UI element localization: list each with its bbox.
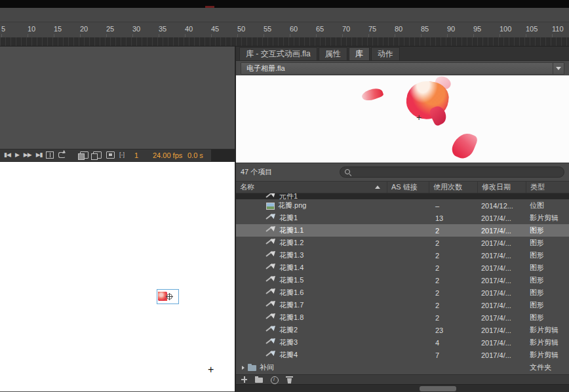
item-type: 影片剪辑 (526, 325, 569, 335)
new-symbol-icon[interactable] (240, 376, 248, 383)
scrollbar-thumb[interactable] (420, 386, 456, 391)
library-item-row[interactable]: 花瓣1.2 2 2017/4/... 图形 (236, 237, 569, 249)
item-name: 花瓣1.1 (279, 225, 304, 235)
new-folder-icon[interactable] (255, 376, 264, 383)
title-bar (0, 0, 569, 8)
tab-actions[interactable]: 动作 (371, 47, 400, 60)
ruler-number: 105 (526, 25, 538, 33)
onion-skin-outline-icon[interactable] (93, 151, 102, 159)
library-item-row[interactable]: 花瓣1.1 2 2017/4/... 图形 (236, 224, 569, 237)
library-item-row[interactable]: 花瓣1.5 2 2017/4/... 图形 (236, 274, 569, 286)
library-item-row[interactable]: 花瓣1.7 2 2017/4/... 图形 (236, 299, 569, 311)
petal-preview-small (361, 86, 384, 103)
item-properties-icon[interactable] (270, 376, 279, 383)
step-forward-button[interactable]: ▶▶ (24, 151, 31, 158)
movieclip-icon (266, 338, 276, 347)
onion-skin-controls (80, 151, 128, 159)
item-name: 花瓣1.8 (279, 313, 304, 323)
onion-skin-icon[interactable] (80, 151, 88, 159)
library-item-row[interactable]: 花瓣.png – 2014/12... 位图 (236, 199, 569, 212)
item-date: 2017/4/... (477, 326, 526, 334)
loop-icon[interactable] (58, 152, 66, 158)
horizontal-scrollbar[interactable] (236, 384, 569, 392)
edit-multiple-frames-icon[interactable] (106, 151, 115, 159)
column-header-name[interactable]: 名称 (236, 182, 387, 193)
expand-arrow-icon[interactable] (242, 366, 245, 370)
tab-properties[interactable]: 属性 (319, 47, 347, 60)
column-header-date[interactable]: 修改日期 (477, 182, 526, 193)
stage[interactable]: + (0, 162, 235, 391)
stage-selection[interactable] (157, 289, 179, 304)
library-search[interactable] (340, 167, 564, 178)
library-item-row[interactable]: 花瓣1.3 2 2017/4/... 图形 (236, 249, 569, 262)
library-item-row[interactable]: 花瓣2 23 2017/4/... 影片剪辑 (236, 324, 569, 336)
ruler-number: 110 (552, 25, 564, 33)
search-input[interactable] (355, 167, 564, 177)
center-frame-icon[interactable] (46, 151, 54, 159)
column-header-use-count[interactable]: 使用次数 (429, 182, 477, 193)
library-item-row[interactable]: 花瓣4 7 2017/4/... 影片剪辑 (236, 349, 569, 361)
delete-item-icon[interactable] (285, 376, 294, 383)
library-bottom-bar (236, 374, 569, 384)
ruler-number: 45 (211, 25, 219, 33)
ruler-number: 35 (159, 25, 167, 33)
tab-library[interactable]: 库 (349, 47, 370, 60)
movieclip-icon (266, 326, 276, 334)
library-item-row[interactable]: 补间 文件夹 (236, 361, 569, 374)
item-date: 2014/12... (477, 202, 526, 210)
library-item-row[interactable]: 花瓣1.8 2 2017/4/... 图形 (236, 311, 569, 324)
crosshair-cursor: + (208, 364, 214, 376)
item-date: 2017/4/... (477, 314, 526, 322)
library-item-row[interactable]: 花瓣1.6 2 2017/4/... 图形 (236, 286, 569, 299)
timeline-frames-strip[interactable] (0, 37, 569, 47)
search-icon (345, 169, 351, 176)
item-type: 图形 (526, 300, 569, 310)
graphic-icon (266, 301, 276, 309)
graphic-icon (266, 276, 276, 284)
item-name: 补间 (260, 363, 274, 372)
item-type: 文件夹 (526, 363, 569, 372)
timeline-layers-area[interactable] (0, 47, 235, 149)
tab-library-other-doc[interactable]: 库 - 交互式动画.fla (239, 47, 317, 60)
timeline-ruler[interactable]: 5101520253035404550556065707580859095100… (0, 22, 569, 37)
controls-corner (211, 149, 235, 161)
item-name: 花瓣1.5 (279, 275, 304, 285)
item-date: 2017/4/... (477, 289, 526, 297)
ruler-number: 80 (395, 25, 402, 33)
ruler-number: 30 (132, 25, 140, 33)
timeline-header-band (0, 8, 569, 22)
play-button[interactable]: ▶ (15, 151, 19, 158)
playback-controls: ▮◀▶▶▶▶▮ (4, 151, 43, 158)
library-item-row[interactable]: 花瓣3 4 2017/4/... 影片剪辑 (236, 336, 569, 349)
dropdown-button[interactable] (553, 63, 564, 74)
go-to-first-frame-button[interactable]: ▮◀ (4, 151, 10, 158)
ruler-number: 10 (28, 25, 35, 33)
library-item-row[interactable]: 花瓣1 13 2017/4/... 影片剪辑 (236, 212, 569, 224)
movieclip-icon (266, 214, 276, 222)
item-use-count: 2 (429, 252, 477, 260)
item-name: 花瓣3 (279, 338, 298, 347)
item-date: 2017/4/... (477, 339, 526, 347)
ruler-number: 50 (237, 25, 245, 33)
library-item-row[interactable]: 元件1 (236, 193, 569, 199)
go-to-last-frame-button[interactable]: ▶▮ (36, 151, 43, 158)
item-date: 2017/4/... (477, 227, 526, 235)
document-select[interactable]: 电子相册.fla (241, 62, 564, 75)
ruler-number: 65 (316, 25, 324, 33)
item-use-count: 23 (429, 326, 477, 334)
item-type: 图形 (526, 263, 569, 273)
bitmap-icon (266, 203, 275, 210)
ruler-number: 95 (473, 25, 481, 33)
library-items-list: 元件1 花瓣.png – 2014/12... 位图 花瓣1 13 2017/4… (236, 193, 569, 374)
modify-markers-icon[interactable] (119, 151, 128, 159)
column-header-type[interactable]: 类型 (526, 182, 569, 193)
library-item-row[interactable]: 花瓣1.4 2 2017/4/... 图形 (236, 262, 569, 274)
item-date: 2017/4/... (477, 302, 526, 309)
frame-rate-value[interactable]: 24.00 fps (153, 151, 182, 159)
item-name: 元件1 (279, 193, 298, 199)
library-preview: + (236, 75, 569, 163)
timeline-controls: ▮◀▶▶▶▶▮ 1 24.00 fps 0.0 s (0, 149, 235, 162)
library-tab-bar: 库 - 交互式动画.fla属性库动作 (236, 47, 569, 61)
item-use-count: – (429, 202, 477, 210)
column-header-linkage[interactable]: AS 链接 (387, 182, 429, 193)
